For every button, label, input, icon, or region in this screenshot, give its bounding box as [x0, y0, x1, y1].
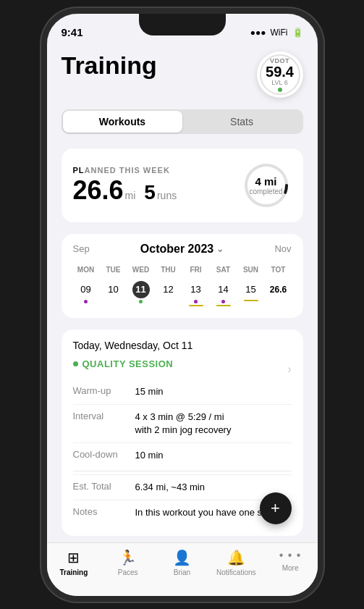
- calendar-header: Sep October 2023 ⌄ Nov: [73, 243, 292, 256]
- est-total-row: Est. Total 6.34 mi, ~43 min: [73, 474, 292, 500]
- status-icons: ●●● WiFi 🔋: [250, 28, 303, 38]
- distance-unit: mi: [125, 190, 136, 201]
- ring-mi: 4 mi: [249, 175, 282, 188]
- cal-day-12[interactable]: 12: [156, 278, 182, 309]
- more-label: More: [282, 564, 299, 572]
- est-total-label: Est. Total: [73, 481, 124, 494]
- tab-stats[interactable]: Stats: [182, 111, 302, 133]
- cal-month: October 2023 ⌄: [140, 243, 224, 256]
- cooldown-row: Cool-down 10 min: [73, 442, 292, 468]
- more-icon: • • •: [279, 549, 302, 562]
- quality-text: QUALITY SESSION: [82, 358, 174, 369]
- cal-header-wed: WED: [128, 263, 154, 277]
- planned-label: PLANNED THIS WEEK: [73, 166, 177, 175]
- cal-header-fri: FRI: [183, 263, 209, 277]
- training-icon: ⊞: [67, 549, 80, 566]
- calendar-grid: MON TUE WED THU FRI SAT SUN TOT 09 10: [73, 263, 292, 309]
- signal-icon: ●●●: [250, 28, 266, 38]
- cal-underline-15: [244, 300, 258, 301]
- cal-dot-13: [194, 300, 198, 303]
- add-button[interactable]: +: [260, 492, 292, 524]
- runs-value: 5: [144, 181, 156, 203]
- interval-row: Interval 4 x 3 min @ 5:29 / miwith 2 min…: [73, 404, 292, 442]
- notes-row: Notes In this workout you have one set o…: [73, 500, 292, 525]
- distance-value: 26.6: [73, 175, 124, 205]
- paces-label: Paces: [118, 568, 138, 576]
- ring-inner-text: 4 mi completed: [249, 175, 282, 196]
- planned-section: PLANNED THIS WEEK 26.6mi 5runs: [62, 148, 303, 222]
- paces-icon: 🏃: [119, 549, 137, 566]
- cal-header-mon: MON: [73, 263, 99, 277]
- cal-total: 26.6: [266, 278, 292, 309]
- quality-dot: [73, 361, 78, 366]
- distance-stat: 26.6mi: [73, 177, 136, 203]
- tab-workouts[interactable]: Workouts: [63, 111, 182, 133]
- cal-day-09[interactable]: 09: [73, 278, 99, 309]
- planned-pl: PL: [73, 166, 85, 175]
- ring-completed-label: completed: [249, 188, 282, 196]
- header: Training VDOT 59.4 LVL 6: [62, 46, 303, 109]
- main-content: Training VDOT 59.4 LVL 6 Workouts Stats: [47, 46, 318, 542]
- cal-header-sat: SAT: [211, 263, 237, 277]
- cal-month-label: October 2023: [140, 243, 213, 256]
- planned-left: PLANNED THIS WEEK 26.6mi 5runs: [73, 166, 177, 204]
- cal-day-14-num: 14: [215, 281, 232, 298]
- warmup-value: 15 min: [135, 385, 164, 398]
- battery-icon: 🔋: [292, 28, 303, 38]
- vdot-badge[interactable]: VDOT 59.4 LVL 6: [257, 51, 303, 98]
- phone-frame: 9:41 ●●● WiFi 🔋 Training VDOT 59.4 LVL 6: [41, 8, 323, 602]
- wifi-icon: WiFi: [271, 28, 288, 38]
- cal-next[interactable]: Nov: [274, 243, 291, 254]
- profile-icon: 👤: [173, 549, 191, 566]
- separator: [73, 471, 292, 471]
- screen: 9:41 ●●● WiFi 🔋 Training VDOT 59.4 LVL 6: [47, 14, 318, 596]
- runs-stat: 5runs: [144, 181, 177, 204]
- cal-day-10[interactable]: 10: [101, 278, 127, 309]
- warmup-row: Warm-up 15 min: [73, 379, 292, 404]
- interval-label: Interval: [73, 411, 124, 437]
- chevron-right-icon[interactable]: ›: [287, 363, 291, 376]
- profile-label: Brian: [174, 568, 190, 576]
- cal-header-thu: THU: [156, 263, 182, 277]
- cal-underline-13: [189, 305, 203, 306]
- cal-day-15[interactable]: 15: [238, 278, 264, 309]
- nav-training[interactable]: ⊞ Training: [47, 549, 101, 576]
- status-time: 9:41: [62, 26, 83, 38]
- cal-prev[interactable]: Sep: [73, 243, 90, 254]
- nav-more[interactable]: • • • More: [263, 549, 318, 572]
- bottom-nav: ⊞ Training 🏃 Paces 👤 Brian 🔔 Notificatio…: [47, 542, 318, 596]
- cal-dot-11: [139, 300, 143, 303]
- interval-value: 4 x 3 min @ 5:29 / miwith 2 min jog reco…: [135, 411, 232, 437]
- planned-rest: ANNED THIS WEEK: [85, 166, 170, 175]
- today-section: Today, Wednesday, Oct 11 QUALITY SESSION…: [62, 329, 303, 536]
- workout-rows: Warm-up 15 min Interval 4 x 3 min @ 5:29…: [73, 379, 292, 469]
- cal-day-12-num: 12: [160, 281, 177, 298]
- cal-day-09-num: 09: [77, 281, 95, 298]
- cal-day-13-num: 13: [187, 281, 205, 298]
- cal-day-11[interactable]: 11: [128, 278, 154, 309]
- phone-notch: [139, 14, 226, 35]
- cal-header-sun: SUN: [238, 263, 264, 277]
- cal-day-11-num: 11: [132, 281, 150, 298]
- est-total-value: 6.34 mi, ~43 min: [135, 481, 205, 494]
- cal-day-15-num: 15: [242, 281, 260, 298]
- cal-day-14[interactable]: 14: [211, 278, 237, 309]
- cal-header-tue: TUE: [101, 263, 127, 277]
- notifications-label: Notifications: [216, 568, 255, 576]
- cal-dot-14: [221, 300, 225, 303]
- notifications-icon: 🔔: [227, 549, 245, 566]
- page-title: Training: [62, 51, 157, 80]
- cal-total-value: 26.6: [270, 281, 287, 298]
- segment-control: Workouts Stats: [62, 109, 303, 134]
- calendar-section: Sep October 2023 ⌄ Nov MON TUE WED THU F…: [62, 234, 303, 318]
- cooldown-label: Cool-down: [73, 449, 124, 462]
- notes-value: In this workout you have one set of: [135, 506, 281, 519]
- nav-paces[interactable]: 🏃 Paces: [101, 549, 155, 576]
- cal-chevron-icon[interactable]: ⌄: [216, 244, 224, 254]
- quality-label: QUALITY SESSION: [73, 358, 292, 369]
- nav-profile[interactable]: 👤 Brian: [155, 549, 209, 576]
- nav-notifications[interactable]: 🔔 Notifications: [209, 549, 263, 576]
- cal-dot-09: [84, 300, 88, 303]
- cal-underline-14: [216, 305, 231, 306]
- cal-day-13[interactable]: 13: [183, 278, 209, 309]
